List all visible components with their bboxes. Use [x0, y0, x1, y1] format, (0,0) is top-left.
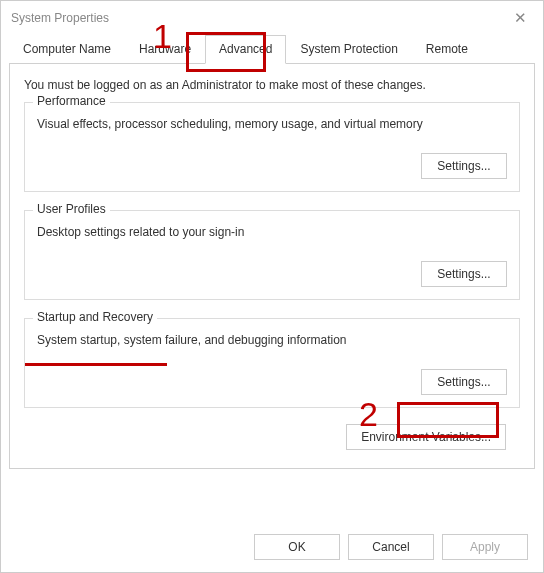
cancel-button[interactable]: Cancel: [348, 534, 434, 560]
groupbox-performance-desc: Visual effects, processor scheduling, me…: [37, 117, 507, 131]
user-profiles-settings-button[interactable]: Settings...: [421, 261, 507, 287]
groupbox-performance: Performance Visual effects, processor sc…: [24, 102, 520, 192]
tab-content-advanced: You must be logged on as an Administrato…: [9, 63, 535, 469]
performance-settings-button[interactable]: Settings...: [421, 153, 507, 179]
close-icon[interactable]: ✕: [510, 9, 531, 27]
tab-advanced[interactable]: Advanced: [205, 35, 286, 64]
titlebar: System Properties ✕: [1, 1, 543, 35]
startup-recovery-settings-button[interactable]: Settings...: [421, 369, 507, 395]
tab-system-protection[interactable]: System Protection: [286, 35, 411, 63]
tab-computer-name[interactable]: Computer Name: [9, 35, 125, 63]
environment-variables-button[interactable]: Environment Variables...: [346, 424, 506, 450]
window-title: System Properties: [11, 11, 109, 25]
tab-remote[interactable]: Remote: [412, 35, 482, 63]
groupbox-user-profiles-title: User Profiles: [33, 202, 110, 216]
groupbox-performance-title: Performance: [33, 94, 110, 108]
groupbox-user-profiles-desc: Desktop settings related to your sign-in: [37, 225, 507, 239]
intro-text: You must be logged on as an Administrato…: [24, 78, 520, 92]
apply-button: Apply: [442, 534, 528, 560]
dialog-button-row: OK Cancel Apply: [254, 534, 528, 560]
tab-strip: Computer Name Hardware Advanced System P…: [9, 35, 535, 63]
groupbox-user-profiles: User Profiles Desktop settings related t…: [24, 210, 520, 300]
groupbox-startup-recovery: Startup and Recovery System startup, sys…: [24, 318, 520, 408]
ok-button[interactable]: OK: [254, 534, 340, 560]
groupbox-startup-recovery-title: Startup and Recovery: [33, 310, 157, 324]
tab-hardware[interactable]: Hardware: [125, 35, 205, 63]
groupbox-startup-recovery-desc: System startup, system failure, and debu…: [37, 333, 507, 347]
